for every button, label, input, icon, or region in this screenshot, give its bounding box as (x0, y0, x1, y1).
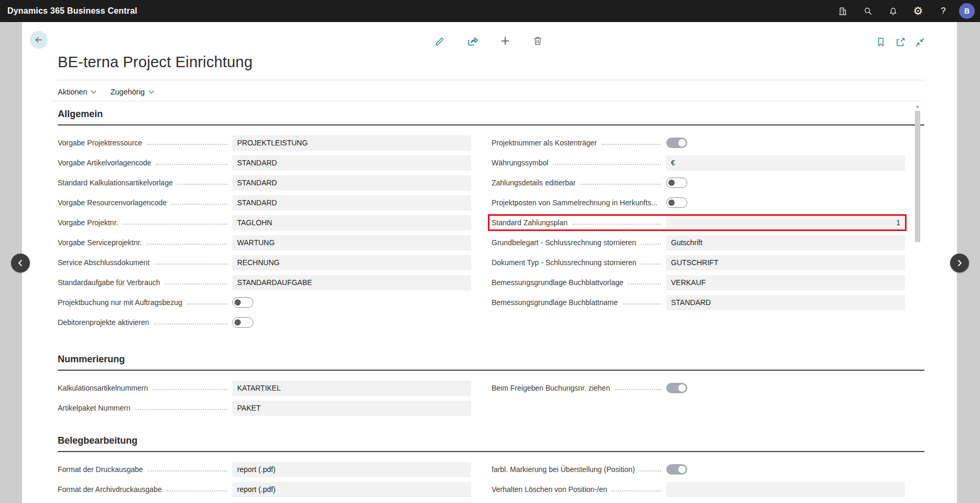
app-title[interactable]: Dynamics 365 Business Central (7, 6, 137, 16)
toggle-off[interactable] (666, 197, 687, 208)
field-value[interactable]: € (666, 155, 905, 171)
dotted-leader (147, 143, 227, 145)
field-label: Kalkulationsartikelnummern (58, 384, 148, 392)
bookmark-icon[interactable] (874, 35, 888, 49)
settings-gear-icon[interactable]: ⚙ (906, 0, 931, 22)
field-value[interactable]: WARTUNG (232, 235, 471, 250)
field-value[interactable]: GUTSCHRIFT (666, 255, 905, 270)
field-row: Bemessungsgrundlage BuchblattvorlageVERK… (492, 273, 905, 292)
toggle-knob (668, 180, 675, 186)
field-row: Debitorenprojekte aktivieren (58, 312, 471, 332)
field-label-area: Bemessungsgrundlage Buchblattvorlage (492, 278, 666, 287)
field-label: Debitorenprojekte aktivieren (58, 318, 149, 327)
topbar: Dynamics 365 Business Central ⚙ ? B (0, 0, 980, 22)
field-value[interactable]: STANDARDAUFGABE (232, 275, 471, 290)
toggle-on[interactable] (666, 138, 687, 148)
company-icon[interactable] (830, 0, 855, 22)
field-label: Format der Archivdruckausgabe (58, 485, 162, 494)
scrollbar-thumb[interactable] (915, 111, 920, 242)
toggle-on[interactable] (666, 464, 687, 475)
field-label-area: Verhalten Löschen von Position-/en (492, 485, 666, 494)
field-label: Artikelpaket Nummern (58, 404, 131, 412)
field-value[interactable]: Gutschrift (666, 235, 905, 250)
field-value-area (666, 383, 905, 393)
toggle-off[interactable] (232, 297, 253, 308)
delete-trash-icon[interactable] (531, 34, 545, 48)
toggle-knob (678, 384, 686, 392)
toggle-off[interactable] (232, 317, 253, 328)
field-row: Projektposten von Sammelrechnung in Herk… (492, 193, 905, 213)
dotted-leader (123, 223, 227, 225)
field-row: Beim Freigeben Buchungsnr. ziehen (492, 378, 905, 398)
page-card: + (22, 22, 957, 503)
field-row: Vorgabe ProjektressourcePROJEKTLEISTUNG (58, 133, 471, 153)
notifications-bell-icon[interactable] (880, 0, 906, 22)
field-row: Projektnummer als Kostenträger (492, 133, 905, 153)
dotted-leader (623, 303, 662, 305)
field-row: Vorgabe ResourcenvorlagencodeSTANDARD (58, 193, 471, 213)
field-value[interactable]: RECHNUNG (232, 255, 471, 270)
field-label-area: Debitorenprojekte aktivieren (58, 318, 232, 327)
field-value[interactable]: report (.pdf) (232, 462, 471, 477)
menu-aktionen[interactable]: Aktionen (58, 87, 97, 97)
section-columns: Format der Druckausgabereport (.pdf)Form… (58, 459, 924, 503)
field-label: Dokument Typ - Schlussrechnung storniere… (492, 258, 636, 267)
vertical-scrollbar[interactable]: ▲ ▼ (914, 104, 921, 503)
edit-pencil-icon[interactable] (433, 34, 447, 48)
field-value[interactable]: STANDARD (232, 175, 471, 191)
section-title: Nummerierung (58, 353, 924, 371)
field-value[interactable]: STANDARD (232, 155, 471, 171)
right-column: Projektnummer als KostenträgerWährungssy… (492, 133, 905, 312)
field-value[interactable]: KATARTIKEL (232, 381, 471, 396)
field-row: Grundbelegart - Schlussrechnung stornier… (492, 233, 905, 253)
field-value[interactable]: VERKAUF (666, 275, 905, 290)
field-label: Bemessungsgrundlage Buchblattname (492, 298, 618, 307)
help-icon[interactable]: ? (931, 0, 956, 22)
field-value[interactable]: 1 (666, 215, 905, 230)
previous-record-button[interactable] (11, 254, 30, 273)
field-value[interactable]: TAGLOHN (232, 215, 471, 230)
field-label: farbl. Markierung bei Überstellung (Posi… (492, 465, 635, 474)
chevron-down-icon (91, 90, 97, 94)
left-column: Vorgabe ProjektressourcePROJEKTLEISTUNGV… (58, 133, 471, 332)
scroll-up-arrow-icon[interactable]: ▲ (914, 104, 921, 109)
field-row: Verhalten Löschen von Position-/en (492, 479, 905, 499)
page-title: BE-terna Project Einrichtung (58, 54, 253, 70)
collapse-icon[interactable] (913, 35, 926, 49)
dotted-leader (148, 470, 227, 471)
menubar: Aktionen Zugehörig (58, 87, 154, 97)
field-row: Standardaufgabe für VerbrauchSTANDARDAUF… (58, 273, 471, 292)
field-value[interactable]: STANDARD (666, 295, 905, 310)
field-value[interactable]: STANDARD (232, 195, 471, 211)
field-label: Vorgabe Projektnr. (58, 218, 118, 227)
next-record-button[interactable] (950, 254, 969, 273)
field-value-area (232, 297, 471, 308)
menu-zugehoerig[interactable]: Zugehörig (110, 87, 154, 97)
search-icon[interactable] (855, 0, 880, 22)
new-plus-icon[interactable]: + (498, 34, 512, 48)
share-icon[interactable] (466, 34, 480, 48)
back-button[interactable] (30, 31, 48, 49)
field-label: Vorgabe Artikelvorlagencode (58, 159, 151, 167)
field-label-area: Zahlungsdetails editierbar (492, 179, 666, 187)
field-label: Vorgabe Serviceprojektnr. (58, 238, 142, 247)
field-label-area: Artikelpaket Nummern (58, 404, 232, 412)
field-row: Dokument Typ - Schlussrechnung storniere… (492, 253, 905, 273)
field-label: Bemessungsgrundlage Buchblattvorlage (492, 278, 623, 287)
field-label: Projektbuchung nur mit Auftragsbezug (58, 298, 182, 307)
toggle-off[interactable] (666, 177, 687, 188)
open-in-new-window-icon[interactable] (893, 35, 907, 49)
field-value[interactable] (666, 482, 905, 497)
field-label-area: Beim Freigeben Buchungsnr. ziehen (492, 384, 666, 392)
field-label: Format der Druckausgabe (58, 465, 143, 474)
field-value[interactable]: PAKET (232, 401, 471, 416)
dotted-leader (146, 243, 227, 245)
field-label-area: Standardaufgabe für Verbrauch (58, 278, 232, 287)
dotted-leader (172, 203, 227, 205)
field-value[interactable]: PROJEKTLEISTUNG (232, 135, 471, 151)
field-value[interactable]: report (.pdf) (232, 482, 471, 497)
left-column: Format der Druckausgabereport (.pdf)Form… (58, 459, 471, 503)
dotted-leader (135, 408, 228, 410)
user-avatar[interactable]: B (959, 3, 975, 19)
toggle-on[interactable] (666, 383, 687, 393)
